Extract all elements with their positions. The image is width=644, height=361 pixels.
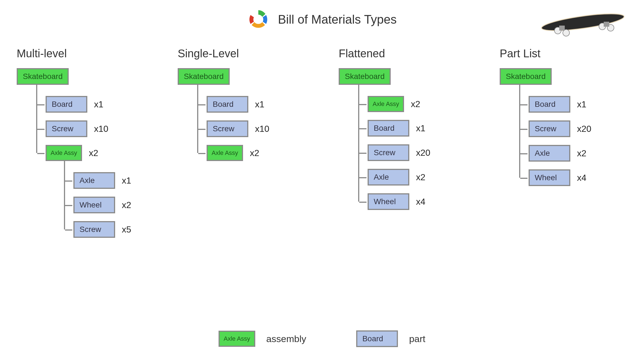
- tree: Skateboard Axle Assy x2 Board x1 Screw x…: [339, 68, 466, 210]
- node-part: Axle: [73, 172, 115, 189]
- column-flattened: Flattened Skateboard Axle Assy x2 Board …: [339, 47, 466, 238]
- node-part: Board: [529, 96, 570, 113]
- tree-children: Axle Assy x2 Board x1 Screw x20 Axle x2 …: [358, 85, 466, 210]
- column-single-level: Single-Level Skateboard Board x1 Screw x…: [178, 47, 305, 238]
- column-part-list: Part List Skateboard Board x1 Screw x20 …: [500, 47, 627, 238]
- node-qty: x1: [94, 99, 103, 110]
- node-qty: x1: [122, 175, 131, 186]
- tree-children: Board x1 Screw x10 Axle Assy x2: [197, 85, 305, 161]
- node-part: Screw: [207, 120, 248, 137]
- node-assembly: Skateboard: [339, 68, 391, 85]
- node-qty: x1: [577, 99, 586, 110]
- node-part: Screw: [368, 144, 409, 161]
- tree-node: Axle Assy x2: [198, 145, 305, 161]
- node-qty: x20: [416, 148, 430, 158]
- node-assembly: Axle Assy: [207, 145, 243, 161]
- column-title: Flattened: [339, 47, 466, 60]
- tree-node: Axle x1: [65, 172, 144, 189]
- svg-rect-7: [604, 22, 609, 27]
- node-qty: x4: [416, 197, 425, 207]
- legend-term: part: [409, 333, 425, 344]
- node-part: Wheel: [368, 193, 409, 210]
- legend: Axle Assy assembly Board part: [0, 330, 644, 347]
- node-qty: x2: [122, 200, 131, 210]
- node-qty: x2: [411, 99, 420, 109]
- tree-node: Board x1: [359, 120, 466, 137]
- tree-node: Wheel x2: [65, 197, 144, 213]
- tree-node: Axle x2: [359, 169, 466, 186]
- tree-node: Screw x10: [37, 120, 144, 137]
- node-part: Axle: [529, 145, 570, 162]
- tree-node: Board x1: [37, 96, 144, 113]
- column-title: Single-Level: [178, 47, 305, 60]
- tree-root: Skateboard: [500, 68, 627, 85]
- node-part: Wheel: [73, 197, 115, 213]
- tree-node: Wheel x4: [520, 169, 627, 186]
- node-qty: x2: [250, 148, 259, 158]
- tree: Skateboard Board x1 Screw x20 Axle x2 Wh…: [500, 68, 627, 186]
- node-qty: x20: [577, 124, 591, 134]
- tree-grandchildren: Axle x1 Wheel x2 Screw x5: [64, 161, 144, 238]
- node-part: Board: [207, 96, 248, 113]
- tree-node: Screw x10: [198, 120, 305, 137]
- column-multi-level: Multi-level Skateboard Board x1 Screw x1…: [17, 47, 144, 238]
- node-part: Board: [368, 120, 409, 137]
- column-title: Multi-level: [17, 47, 144, 60]
- tree-node: Axle x2: [520, 145, 627, 162]
- node-part: Screw: [73, 221, 115, 238]
- legend-term: assembly: [266, 333, 306, 344]
- node-assembly: Skateboard: [500, 68, 552, 85]
- node-qty: x2: [577, 148, 586, 159]
- svg-rect-6: [559, 26, 565, 31]
- tree-node: Screw x20: [359, 144, 466, 161]
- legend-swatch-part: Board: [356, 330, 398, 347]
- page-title: Bill of Materials Types: [278, 13, 397, 26]
- legend-swatch-assembly: Axle Assy: [219, 331, 255, 347]
- node-qty: x5: [122, 224, 131, 235]
- columns-container: Multi-level Skateboard Board x1 Screw x1…: [17, 47, 627, 238]
- node-qty: x10: [255, 124, 269, 134]
- tree: Skateboard Board x1 Screw x10 Axle Assy …: [178, 68, 305, 161]
- node-qty: x1: [416, 123, 425, 133]
- node-qty: x1: [255, 99, 264, 110]
- tree-node: Board x1: [520, 96, 627, 113]
- node-part: Screw: [46, 120, 87, 137]
- tree-root: Skateboard: [17, 68, 144, 85]
- skateboard-image: [538, 8, 627, 42]
- node-qty: x2: [416, 172, 425, 182]
- legend-assembly: Axle Assy assembly: [219, 330, 306, 347]
- legend-part: Board part: [356, 330, 425, 347]
- tree-root: Skateboard: [178, 68, 305, 85]
- tree-children: Board x1 Screw x20 Axle x2 Wheel x4: [519, 85, 627, 186]
- tree-node: Axle Assy x2: [37, 145, 144, 161]
- tree-node: Wheel x4: [359, 193, 466, 210]
- tree-node: Screw x20: [520, 120, 627, 137]
- node-assembly: Skateboard: [178, 68, 230, 85]
- tree-node: Screw x5: [65, 221, 144, 238]
- node-part: Screw: [529, 120, 570, 137]
- column-title: Part List: [500, 47, 627, 60]
- node-part: Axle: [368, 169, 409, 186]
- node-qty: x2: [89, 148, 98, 158]
- node-qty: x4: [577, 173, 586, 183]
- node-assembly: Skateboard: [17, 68, 69, 85]
- node-qty: x10: [94, 124, 108, 134]
- tree-node: Board x1: [198, 96, 305, 113]
- node-assembly: Axle Assy: [368, 96, 404, 112]
- tree: Skateboard Board x1 Screw x10 Axle Assy …: [17, 68, 144, 238]
- node-assembly: Axle Assy: [46, 145, 82, 161]
- node-part: Wheel: [529, 169, 570, 186]
- tree-children: Board x1 Screw x10 Axle Assy x2: [36, 85, 144, 161]
- tree-root: Skateboard: [339, 68, 466, 85]
- tree-node: Axle Assy x2: [359, 96, 466, 112]
- node-part: Board: [46, 96, 87, 113]
- logo-icon: [247, 8, 269, 31]
